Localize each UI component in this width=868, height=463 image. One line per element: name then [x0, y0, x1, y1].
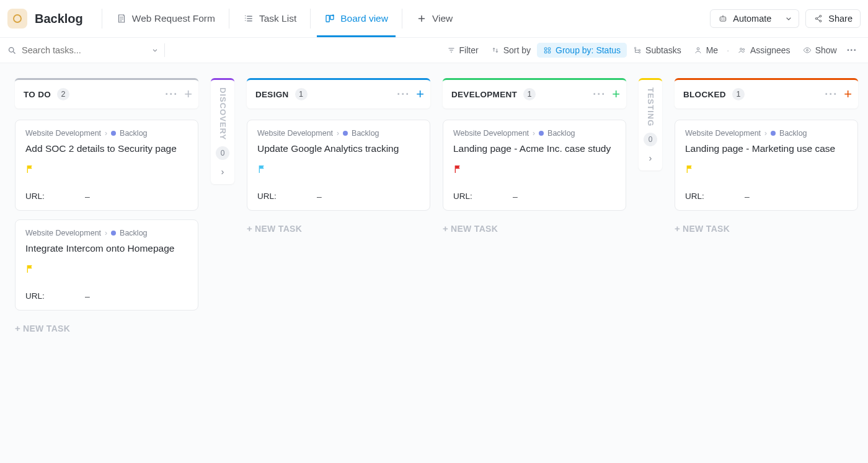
share-button[interactable]: Share [805, 9, 861, 28]
column-header: DESIGN 1 ··· + [247, 78, 430, 108]
svg-rect-4 [720, 17, 726, 21]
svg-point-9 [820, 20, 822, 22]
tab-board-view[interactable]: Board view [317, 0, 396, 37]
board-icon [324, 13, 335, 24]
breadcrumb-project[interactable]: Website Development [257, 129, 333, 138]
project-badge [7, 9, 27, 29]
column-count: 1 [732, 88, 745, 100]
more-button[interactable]: ··· [843, 43, 861, 57]
chevron-right-icon: › [764, 129, 767, 138]
subtasks-icon [633, 46, 642, 55]
breadcrumb-project[interactable]: Website Development [685, 129, 761, 138]
chevron-right-icon[interactable]: › [649, 152, 652, 163]
group-button[interactable]: Group by: Status [537, 43, 627, 58]
task-card[interactable]: Website Development › Backlog Integrate … [15, 219, 198, 311]
eye-icon [803, 46, 812, 55]
separator [164, 43, 165, 57]
me-button[interactable]: Me [688, 43, 724, 58]
url-value[interactable]: – [317, 192, 322, 201]
automate-button[interactable]: Automate [710, 9, 779, 28]
breadcrumb-project[interactable]: Website Development [25, 129, 101, 138]
add-card-button[interactable]: + [612, 87, 620, 101]
tab-label: Web Request Form [132, 13, 215, 24]
collapsed-column-header[interactable]: TESTING 0 › [639, 78, 662, 170]
breadcrumb-list[interactable]: Backlog [120, 129, 147, 138]
add-card-button[interactable]: + [416, 87, 424, 101]
robot-icon [718, 14, 728, 24]
chevron-down-icon[interactable] [151, 46, 159, 55]
project-circle-icon [12, 13, 23, 24]
show-button[interactable]: Show [797, 43, 843, 58]
priority-flag[interactable] [453, 164, 616, 177]
show-label: Show [815, 45, 837, 55]
sort-button[interactable]: Sort by [485, 43, 537, 58]
column-more-button[interactable]: ··· [593, 88, 606, 101]
list-dot-icon [771, 131, 776, 136]
add-card-button[interactable]: + [184, 87, 192, 101]
subtasks-label: Subtasks [645, 45, 681, 55]
filter-button[interactable]: Filter [441, 43, 485, 58]
task-title: Add SOC 2 details to Security page [25, 143, 188, 156]
column-more-button[interactable]: ··· [165, 88, 178, 101]
column-more-button[interactable]: ··· [825, 88, 838, 101]
new-task-button[interactable]: +NEW TASK [247, 223, 430, 234]
url-value[interactable]: – [85, 192, 90, 201]
column-more-button[interactable]: ··· [397, 88, 410, 101]
url-value[interactable]: – [513, 192, 518, 201]
tab-web-request-form[interactable]: Web Request Form [108, 0, 223, 37]
project-title: Backlog [35, 12, 83, 26]
subtasks-button[interactable]: Subtasks [627, 43, 688, 58]
svg-point-6 [724, 19, 725, 20]
filter-label: Filter [459, 45, 479, 55]
automate-dropdown[interactable] [779, 9, 799, 28]
task-card[interactable]: Website Development › Backlog Update Goo… [247, 120, 430, 211]
search-wrap [7, 45, 159, 55]
breadcrumb-list[interactable]: Backlog [352, 129, 379, 138]
tab-add-view[interactable]: View [409, 0, 460, 37]
flag-icon [25, 264, 35, 274]
new-task-button[interactable]: +NEW TASK [443, 223, 626, 234]
breadcrumb: Website Development › Backlog [685, 129, 848, 138]
list-dot-icon [111, 131, 116, 136]
priority-flag[interactable] [25, 264, 188, 276]
tab-task-list[interactable]: Task List [236, 0, 304, 37]
column-count: 1 [295, 88, 308, 100]
breadcrumb-list[interactable]: Backlog [547, 129, 575, 138]
chevron-right-icon[interactable]: › [221, 166, 224, 177]
chevron-right-icon: › [105, 129, 107, 138]
url-label: URL: [453, 192, 513, 201]
assignees-button[interactable]: Assignees [732, 43, 797, 58]
breadcrumb-project[interactable]: Website Development [453, 129, 529, 138]
column-testing: TESTING 0 › [639, 78, 662, 170]
svg-point-18 [697, 48, 699, 50]
task-card[interactable]: Website Development › Backlog Add SOC 2 … [15, 120, 198, 211]
priority-flag[interactable] [685, 164, 848, 177]
priority-flag[interactable] [25, 164, 188, 177]
breadcrumb-list[interactable]: Backlog [779, 129, 807, 138]
column-count: 0 [216, 146, 229, 160]
flag-icon [685, 164, 695, 174]
breadcrumb-list[interactable]: Backlog [120, 229, 147, 237]
collapsed-column-header[interactable]: DISCOVERY 0 › [211, 78, 234, 184]
filter-icon [447, 46, 456, 55]
breadcrumb-project[interactable]: Website Development [25, 229, 101, 237]
url-label: URL: [257, 192, 317, 201]
task-card[interactable]: Website Development › Backlog Landing pa… [443, 120, 626, 211]
svg-rect-13 [544, 51, 547, 53]
add-card-button[interactable]: + [844, 87, 852, 101]
svg-rect-14 [548, 51, 551, 53]
priority-flag[interactable] [257, 164, 420, 177]
flag-icon [257, 164, 267, 174]
tab-separator [310, 9, 311, 29]
svg-point-21 [806, 50, 808, 51]
url-value[interactable]: – [745, 192, 750, 201]
column-header: TO DO 2 ··· + [15, 78, 198, 108]
tab-label: Board view [340, 13, 388, 24]
search-input[interactable] [22, 45, 121, 55]
url-value[interactable]: – [85, 291, 90, 301]
new-task-button[interactable]: +NEW TASK [675, 223, 858, 234]
task-card[interactable]: Website Development › Backlog Landing pa… [675, 120, 858, 211]
list-dot-icon [111, 231, 116, 236]
new-task-button[interactable]: +NEW TASK [15, 323, 198, 333]
tab-separator [102, 9, 102, 29]
